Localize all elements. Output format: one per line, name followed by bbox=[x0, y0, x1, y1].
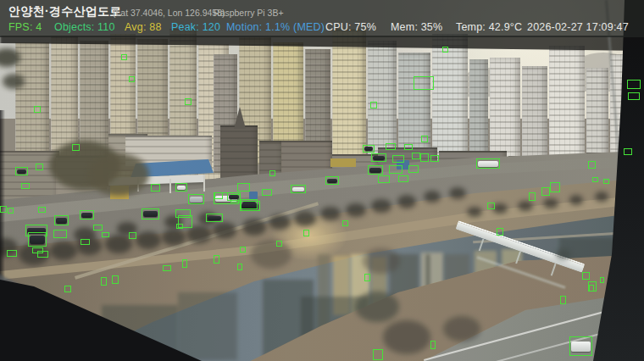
detection-box bbox=[541, 187, 550, 196]
detection-box bbox=[430, 155, 439, 162]
detection-box bbox=[588, 161, 596, 169]
detection-box bbox=[102, 232, 109, 237]
detection-box bbox=[175, 183, 187, 192]
detection-box bbox=[398, 175, 408, 182]
device-label: Raspberry Pi 3B+ bbox=[214, 8, 284, 18]
detection-box bbox=[15, 167, 28, 175]
detection-box bbox=[93, 225, 103, 230]
detection-box bbox=[237, 264, 242, 270]
detection-box bbox=[560, 296, 566, 304]
cctv-monitor-screen: 안양천·경수산업도로 (Lat 37.4046, Lon 126.9458) R… bbox=[0, 0, 644, 361]
camera-title: 안양천·경수산업도로 bbox=[8, 4, 122, 19]
osd-header-bar: 안양천·경수산업도로 (Lat 37.4046, Lon 126.9458) R… bbox=[0, 0, 644, 37]
detection-box bbox=[241, 199, 258, 209]
detection-box bbox=[112, 275, 119, 284]
detection-box bbox=[442, 47, 448, 53]
detection-box bbox=[240, 247, 246, 253]
detection-box bbox=[34, 106, 41, 113]
detection-overlay bbox=[0, 0, 644, 361]
detection-box bbox=[497, 228, 503, 236]
detection-box bbox=[412, 153, 420, 159]
detection-box bbox=[430, 341, 436, 349]
detection-box bbox=[80, 239, 90, 245]
stat-motion: Motion: 1.1% (MED) bbox=[226, 21, 325, 33]
detection-box bbox=[38, 207, 46, 213]
detection-box bbox=[80, 210, 94, 219]
detection-box bbox=[72, 144, 80, 151]
detection-box bbox=[624, 148, 632, 155]
detection-box bbox=[325, 176, 339, 185]
detection-box bbox=[237, 183, 250, 192]
detection-box bbox=[0, 206, 7, 213]
stat-cpu: CPU: 75% bbox=[325, 21, 376, 33]
detection-box bbox=[28, 232, 47, 247]
detection-box bbox=[64, 286, 71, 292]
detection-box bbox=[414, 76, 434, 90]
detection-box bbox=[368, 165, 383, 175]
detection-box bbox=[185, 98, 192, 105]
detection-box bbox=[269, 170, 275, 176]
detection-box bbox=[129, 232, 136, 239]
detection-box bbox=[8, 208, 14, 214]
detection-box bbox=[142, 208, 159, 219]
gps-coordinates: (Lat 37.4046, Lon 126.9458) bbox=[113, 8, 225, 18]
detection-box bbox=[214, 192, 223, 199]
detection-box bbox=[408, 165, 419, 173]
detection-box bbox=[291, 185, 306, 193]
detection-box bbox=[176, 224, 183, 229]
detection-box bbox=[262, 189, 272, 196]
detection-box bbox=[276, 241, 282, 247]
detection-box bbox=[54, 215, 69, 225]
detection-box bbox=[404, 144, 413, 150]
detection-box bbox=[227, 192, 241, 201]
detection-box bbox=[600, 277, 604, 283]
detection-box bbox=[592, 177, 598, 182]
detection-box bbox=[7, 250, 17, 257]
detection-box bbox=[363, 145, 375, 153]
stat-avg: Avg: 88 bbox=[125, 21, 162, 33]
detection-box bbox=[214, 255, 219, 264]
stat-temp: Temp: 42.9°C bbox=[456, 21, 522, 33]
detection-box bbox=[487, 203, 495, 209]
detection-box bbox=[151, 184, 160, 192]
detection-box bbox=[569, 336, 592, 356]
detection-box bbox=[371, 153, 386, 162]
detection-box bbox=[421, 136, 428, 142]
stat-objects: Objects: 110 bbox=[54, 21, 115, 33]
detection-box bbox=[206, 214, 223, 222]
detection-box bbox=[37, 251, 48, 258]
detection-box bbox=[550, 182, 560, 192]
detection-box bbox=[370, 102, 377, 108]
detection-box bbox=[627, 80, 641, 89]
detection-box bbox=[364, 274, 370, 281]
detection-box bbox=[589, 285, 594, 292]
detection-box bbox=[373, 349, 383, 360]
detection-box bbox=[101, 277, 107, 286]
detection-box bbox=[378, 175, 390, 183]
detection-box bbox=[36, 164, 43, 170]
detection-box bbox=[582, 272, 590, 280]
detection-box bbox=[476, 158, 500, 169]
stat-fps: FPS: 4 bbox=[8, 21, 42, 33]
detection-box bbox=[628, 92, 640, 100]
stat-mem: Mem: 35% bbox=[391, 21, 442, 33]
detection-box bbox=[392, 155, 404, 163]
detection-box bbox=[121, 54, 127, 60]
detection-box bbox=[386, 143, 396, 150]
detection-box bbox=[389, 165, 402, 174]
detection-box bbox=[603, 179, 609, 184]
detection-box bbox=[420, 153, 429, 162]
detection-box bbox=[529, 192, 536, 201]
detection-box bbox=[188, 194, 204, 204]
detection-box bbox=[129, 76, 135, 82]
detection-box bbox=[303, 230, 309, 236]
detection-box bbox=[342, 220, 348, 226]
detection-box bbox=[21, 183, 30, 189]
stat-clock: 2026-02-27 17:09:47 bbox=[527, 21, 629, 33]
stat-peak: Peak: 120 bbox=[171, 21, 220, 33]
detection-box bbox=[182, 259, 187, 268]
detection-box bbox=[163, 265, 171, 271]
detection-box bbox=[53, 230, 67, 238]
